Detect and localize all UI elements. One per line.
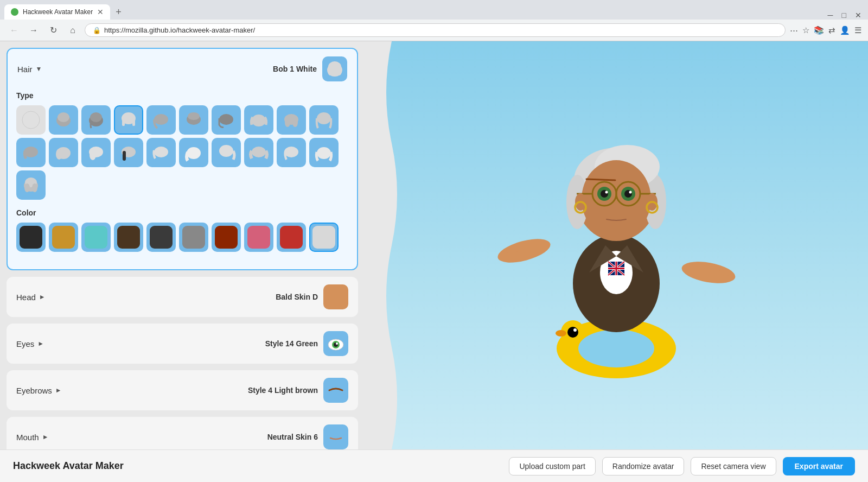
head-section-header[interactable]: Head ► Bald Skin D <box>7 277 358 317</box>
hair-type-15[interactable] <box>179 138 208 167</box>
svg-point-18 <box>285 118 290 127</box>
color-white[interactable] <box>309 223 339 252</box>
eyes-section-header[interactable]: Eyes ► Style 14 Green <box>7 324 358 364</box>
type-label: Type <box>16 91 348 100</box>
hair-section-content: Type <box>8 91 357 269</box>
eyes-section-title: Eyes ► <box>16 339 44 348</box>
mouth-current-label: Neutral Skin 6 <box>267 433 318 441</box>
svg-point-3 <box>336 67 342 75</box>
avatar-area <box>365 41 868 449</box>
hair-type-11[interactable] <box>49 138 78 167</box>
hair-type-4[interactable] <box>146 105 176 135</box>
hair-type-18[interactable] <box>277 138 306 167</box>
new-tab-button[interactable]: + <box>111 7 126 18</box>
svg-point-8 <box>90 112 102 122</box>
hair-type-17[interactable] <box>244 138 273 167</box>
mouth-section-header[interactable]: Mouth ► Neutral Skin 6 <box>7 417 358 449</box>
eyebrows-current: Style 4 Light brown <box>248 378 348 403</box>
hair-type-9[interactable] <box>309 105 339 135</box>
nav-bar: ← → ↻ ⌂ 🔒 https://mozilla.github.io/hack… <box>0 20 868 41</box>
hair-type-20[interactable] <box>16 170 46 200</box>
hair-type-14[interactable] <box>146 138 176 167</box>
hair-type-16[interactable] <box>212 138 241 167</box>
hair-type-10[interactable] <box>16 138 46 167</box>
maximize-button[interactable]: □ <box>842 11 846 20</box>
mouth-preview <box>323 424 348 449</box>
eyes-current-label: Style 14 Green <box>265 339 318 348</box>
url-text: https://mozilla.github.io/hackweek-avata… <box>104 26 777 34</box>
svg-point-31 <box>252 147 266 157</box>
account-icon[interactable]: 👤 <box>840 26 850 35</box>
bookmark-icon[interactable]: ☆ <box>802 26 809 35</box>
nav-icons: ⋯ ☆ 📚 ⇄ 👤 ☰ <box>790 26 861 35</box>
reset-camera-button[interactable]: Reset camera view <box>691 457 776 475</box>
svg-rect-10 <box>122 119 125 126</box>
head-section: Head ► Bald Skin D <box>7 277 358 317</box>
head-current-label: Bald Skin D <box>276 293 318 301</box>
forward-button[interactable]: → <box>26 23 41 38</box>
head-chevron-icon: ► <box>39 293 46 301</box>
color-dark-brown[interactable] <box>114 223 143 252</box>
color-pink[interactable] <box>244 223 273 252</box>
color-cyan[interactable] <box>81 223 111 252</box>
window-controls: ─ □ ✕ <box>828 11 868 20</box>
hair-type-13[interactable] <box>114 138 143 167</box>
export-button[interactable]: Export avatar <box>783 457 855 475</box>
mouth-chevron-icon: ► <box>42 433 49 441</box>
color-label: Color <box>16 208 348 217</box>
mouth-current: Neutral Skin 6 <box>267 424 348 449</box>
minimize-button[interactable]: ─ <box>828 11 833 20</box>
svg-point-2 <box>328 67 333 75</box>
hair-type-12[interactable] <box>81 138 111 167</box>
eyebrows-chevron-icon: ► <box>55 386 62 394</box>
active-tab[interactable]: Hackweek Avatar Maker ✕ <box>4 4 110 20</box>
svg-rect-27 <box>123 151 126 161</box>
hair-type-6[interactable] <box>212 105 241 135</box>
app-title: Hackweek Avatar Maker <box>13 460 124 472</box>
close-button[interactable]: ✕ <box>855 11 861 20</box>
head-preview <box>323 284 348 309</box>
svg-point-20 <box>317 112 331 124</box>
hair-type-19[interactable] <box>309 138 339 167</box>
svg-point-4 <box>22 111 40 129</box>
tab-close-button[interactable]: ✕ <box>97 8 104 16</box>
hair-current: Bob 1 White <box>273 56 347 81</box>
color-dark-gray[interactable] <box>146 223 176 252</box>
svg-point-52 <box>578 329 654 367</box>
home-button[interactable]: ⌂ <box>65 23 80 38</box>
randomize-button[interactable]: Randomize avatar <box>602 457 685 475</box>
extensions-icon[interactable]: ⋯ <box>790 26 798 35</box>
svg-point-32 <box>284 147 298 157</box>
address-bar[interactable]: 🔒 https://mozilla.github.io/hackweek-ava… <box>85 23 786 37</box>
color-red[interactable] <box>277 223 306 252</box>
svg-point-36 <box>24 183 30 192</box>
hair-type-3[interactable] <box>114 105 143 135</box>
reload-button[interactable]: ↻ <box>46 23 61 38</box>
back-button[interactable]: ← <box>7 23 22 38</box>
color-brown[interactable] <box>49 223 78 252</box>
hair-type-grid <box>16 105 348 200</box>
hair-type-none[interactable] <box>16 105 46 135</box>
bottom-bar: Hackweek Avatar Maker Upload custom part… <box>0 449 868 482</box>
left-panel: Hair ▼ Bob 1 White Type <box>0 41 365 449</box>
color-black[interactable] <box>16 223 46 252</box>
menu-icon[interactable]: ☰ <box>854 26 861 35</box>
color-auburn[interactable] <box>212 223 241 252</box>
sync-icon[interactable]: ⇄ <box>828 26 835 35</box>
hair-type-8[interactable] <box>277 105 306 135</box>
svg-line-94 <box>586 179 615 180</box>
svg-point-43 <box>495 234 553 268</box>
hair-preview <box>322 56 347 81</box>
hair-type-5[interactable] <box>179 105 208 135</box>
hair-section-header[interactable]: Hair ▼ Bob 1 White <box>8 49 357 89</box>
hair-type-2[interactable] <box>81 105 111 135</box>
hair-type-7[interactable] <box>244 105 273 135</box>
svg-point-89 <box>582 160 651 238</box>
hair-chevron-icon: ▼ <box>36 65 42 73</box>
upload-button[interactable]: Upload custom part <box>509 457 595 475</box>
color-gray[interactable] <box>179 223 208 252</box>
library-icon[interactable]: 📚 <box>814 26 824 35</box>
hair-type-1[interactable] <box>49 105 78 135</box>
svg-point-100 <box>629 191 632 194</box>
eyebrows-section-header[interactable]: Eyebrows ► Style 4 Light brown <box>7 370 358 410</box>
